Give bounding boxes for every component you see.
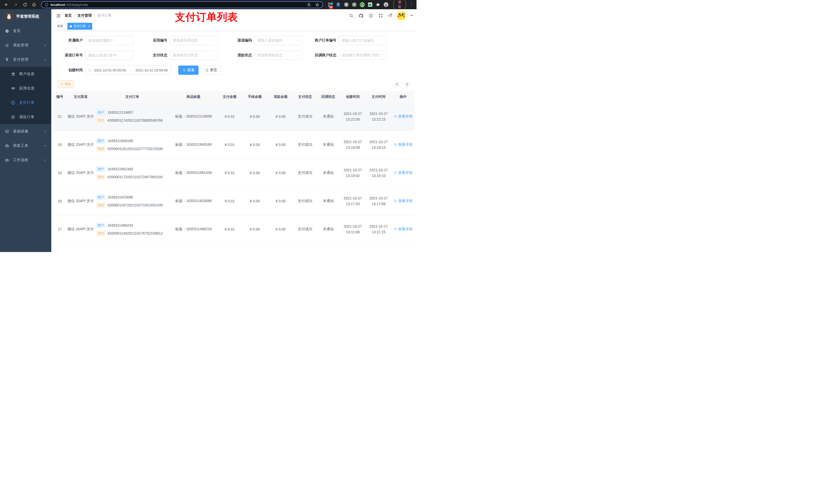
page-content: 所属商户 应用编号 请选择应用信息 渠道编码 请输入渠道编码 <box>52 31 416 252</box>
table-row[interactable]: 17 微信 JSAPI 支付 商户1635311468233 支付4200001… <box>53 215 415 243</box>
command-extension-icon[interactable]: ⌘ <box>344 2 349 7</box>
view-detail-link[interactable]: 查看详情 <box>394 142 412 147</box>
active-dot <box>70 25 72 27</box>
col-status: 支付状态 <box>293 91 317 102</box>
bookmark-star-icon[interactable] <box>315 3 319 7</box>
merchant-filter-input[interactable] <box>88 39 130 43</box>
app-filter-select[interactable]: 请选择应用信息 <box>170 36 218 45</box>
table-row-partial[interactable]: 商户1635311351736 <box>53 243 415 252</box>
table-row[interactable]: 20 微信 JSAPI 支付 商户1635311949168 支付4200001… <box>53 130 415 159</box>
github-icon[interactable] <box>359 13 363 18</box>
filter-label: 回调商户状态 <box>307 53 339 57</box>
date-start: 2021-10-01 00:00:00 <box>94 68 126 72</box>
recorder-extension-icon[interactable] <box>352 2 357 7</box>
view-detail-link[interactable]: 查看详情 <box>394 227 412 232</box>
pay-badge: 支付 <box>96 146 105 152</box>
filter-label: 渠道订单号 <box>53 53 85 57</box>
toolbox-icon <box>5 158 9 162</box>
refresh-button[interactable] <box>403 81 410 88</box>
export-button[interactable]: 导出 <box>57 80 74 88</box>
table-toolbar: 导出 <box>53 80 414 88</box>
search-button[interactable]: 搜索 <box>178 66 198 75</box>
font-size-icon[interactable]: TT <box>388 14 392 18</box>
app-logo[interactable]: 芋道管理系统 <box>0 9 51 24</box>
notify-status-select[interactable]: 请选择订单回调商户状态 <box>339 51 387 60</box>
grid-icon <box>11 86 15 91</box>
sidebar-item-payment[interactable]: ¥ 支付管理 <box>0 52 51 67</box>
col-fee: 手续金额 <box>242 91 268 102</box>
pay-status-select[interactable]: 请选择支付状态 <box>170 51 218 60</box>
channel-code-select[interactable]: 请输入渠道编码 <box>254 36 303 45</box>
sidebar-item-dev-tools[interactable]: 研发工具 <box>0 139 51 153</box>
navbar-actions: TT <box>349 12 413 20</box>
browser-menu-icon[interactable]: ⋮ <box>410 2 413 7</box>
chevron-down-icon <box>296 39 300 42</box>
url-bar[interactable]: localhost:1024/pay/order <box>41 1 323 8</box>
col-notify: 回调状态 <box>317 91 340 102</box>
puzzle-extensions-icon[interactable] <box>376 2 380 7</box>
share-icon[interactable] <box>307 3 311 7</box>
yen-circle-icon: ¥ <box>11 100 15 105</box>
sidebar-item-workflow[interactable]: 工作流程 <box>0 153 51 167</box>
toggle-search-button[interactable] <box>394 81 400 88</box>
help-icon[interactable] <box>368 13 373 18</box>
app-title: 芋道管理系统 <box>16 14 39 19</box>
filter-label: 商户订单编号 <box>307 38 339 43</box>
filter-pay-status: 支付状态 请选择支付状态 <box>138 51 222 60</box>
table-row[interactable]: 19 微信 JSAPI 支付 商户1635311881440 支付4200001… <box>53 159 415 187</box>
user-avatar[interactable] <box>397 12 405 20</box>
chevron-down-icon <box>44 159 47 162</box>
fullscreen-icon[interactable] <box>378 13 383 18</box>
sidebar-item-system[interactable]: 系统管理 <box>0 38 51 52</box>
balloon-extension-icon[interactable] <box>336 2 341 7</box>
sidebar-item-infrastructure[interactable]: 基础设施 <box>0 124 51 139</box>
merchant-badge: 商户 <box>96 110 105 115</box>
filter-app: 应用编号 请选择应用信息 <box>138 36 222 45</box>
merchant-order-no-input[interactable] <box>342 39 384 43</box>
breadcrumb-pay-mgmt[interactable]: 支付管理 <box>77 13 92 18</box>
view-detail-link[interactable]: 查看详情 <box>394 114 412 119</box>
col-actions: 操作 <box>391 91 415 102</box>
tag-pay-order[interactable]: 支付订单 × <box>67 23 92 30</box>
sidebar-fold-icon[interactable] <box>56 13 61 18</box>
profile-avatar-icon[interactable] <box>384 2 388 7</box>
browser-reload-icon[interactable] <box>21 1 29 8</box>
col-paid: 支付时间 <box>366 91 392 102</box>
merchant-badge: 商户 <box>96 194 105 200</box>
view-detail-link[interactable]: 查看详情 <box>394 199 412 203</box>
search-icon[interactable] <box>349 13 354 18</box>
browser-home-icon[interactable] <box>30 1 38 8</box>
browser-back-icon[interactable] <box>3 1 10 8</box>
breadcrumb-home[interactable]: 首页 <box>65 13 72 18</box>
tag-home[interactable]: 首页 <box>54 23 66 30</box>
shop-icon <box>11 72 15 76</box>
table-row[interactable]: 18 微信 JSAPI 支付 商户1635311823086 支付4200001… <box>53 187 415 215</box>
filter-merchant-order-no: 商户订单编号 <box>307 36 392 45</box>
sidebar-item-home[interactable]: 首页 <box>0 24 51 38</box>
close-icon[interactable]: × <box>88 25 90 28</box>
y-extension-icon[interactable]: y <box>360 2 364 7</box>
extension-badge: 10 <box>329 6 333 9</box>
clock-icon <box>88 68 92 72</box>
sidebar-item-app-info[interactable]: 应用信息 <box>0 81 51 96</box>
filter-row-1: 所属商户 应用编号 请选择应用信息 渠道编码 请输入渠道编码 <box>53 36 414 45</box>
chat-extension-icon[interactable] <box>368 2 373 7</box>
tab-manager-extension-icon[interactable]: 10 <box>328 2 333 7</box>
channel-order-no-input[interactable] <box>88 53 130 57</box>
create-time-range-picker[interactable]: 2021-10-01 00:00:00 - 2021-10-31 23:59:5… <box>85 66 171 75</box>
reset-button[interactable]: 重置 <box>201 66 221 75</box>
browser-update-button[interactable]: 更新 <box>394 0 406 10</box>
site-info-icon[interactable] <box>45 3 48 7</box>
breadcrumb-pay-order: 支付订单 <box>97 13 112 18</box>
sidebar-item-pay-order[interactable]: ¥ 支付订单 <box>0 96 51 110</box>
filter-row-3: 创建时间 2021-10-01 00:00:00 - 2021-10-31 23… <box>53 66 414 75</box>
sidebar-item-refund-order[interactable]: 退款订单 <box>0 110 51 124</box>
filter-row-2: 渠道订单号 支付状态 请选择支付状态 退款状态 请选择退款状态 <box>53 51 414 60</box>
dashboard-icon <box>5 29 9 33</box>
view-detail-link[interactable]: 查看详情 <box>394 171 412 175</box>
refund-status-select[interactable]: 请选择退款状态 <box>254 51 303 60</box>
table-row[interactable]: 21 微信 JSAPI 支付 商户1635312124657 支付4200001… <box>53 102 415 130</box>
avatar-caret-icon[interactable] <box>410 15 413 16</box>
sidebar-item-merchant-info[interactable]: 商户信息 <box>0 67 51 81</box>
browser-forward-icon[interactable] <box>12 1 20 8</box>
